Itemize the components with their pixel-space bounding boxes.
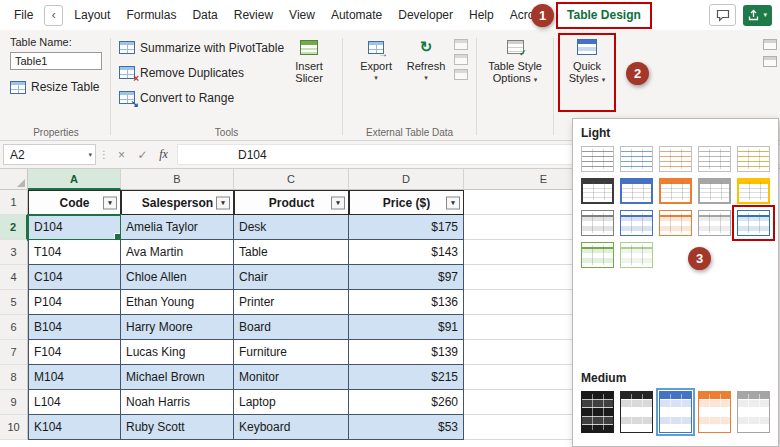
cell-b9[interactable]: Noah Harris bbox=[121, 390, 234, 415]
style-thumbnail[interactable] bbox=[698, 391, 731, 433]
cell-b2[interactable]: Amelia Taylor bbox=[121, 215, 234, 240]
cell-d3[interactable]: $143 bbox=[349, 240, 464, 265]
tab-developer[interactable]: Developer bbox=[390, 0, 461, 30]
select-all-corner[interactable] bbox=[0, 169, 28, 190]
style-thumbnail[interactable] bbox=[698, 178, 731, 204]
style-thumbnail[interactable] bbox=[581, 178, 614, 204]
name-box[interactable]: A2 ▾ bbox=[3, 144, 96, 165]
style-thumbnail[interactable] bbox=[737, 210, 770, 236]
cell-a2[interactable]: D104 bbox=[28, 215, 121, 240]
cell-d1[interactable]: Price ($)▾ bbox=[349, 190, 464, 215]
insert-function-button[interactable]: fx bbox=[154, 147, 173, 162]
cell-c7[interactable]: Furniture bbox=[234, 340, 349, 365]
cell-b5[interactable]: Ethan Young bbox=[121, 290, 234, 315]
style-thumbnail[interactable] bbox=[659, 178, 692, 204]
cell-c4[interactable]: Chair bbox=[234, 265, 349, 290]
refresh-button[interactable]: ↻ Refresh ▾ bbox=[401, 35, 451, 125]
column-header-a[interactable]: A bbox=[28, 169, 121, 190]
tab-layout[interactable]: Layout bbox=[66, 0, 118, 30]
fill-handle[interactable] bbox=[114, 233, 121, 240]
tab-review[interactable]: Review bbox=[226, 0, 281, 30]
cell-b8[interactable]: Michael Brown bbox=[121, 365, 234, 390]
cell-c6[interactable]: Board bbox=[234, 315, 349, 340]
cell-c2[interactable]: Desk bbox=[234, 215, 349, 240]
row-header-9[interactable]: 9 bbox=[0, 390, 28, 415]
cell-c9[interactable]: Laptop bbox=[234, 390, 349, 415]
filter-button[interactable]: ▾ bbox=[216, 196, 230, 209]
tab-automate[interactable]: Automate bbox=[323, 0, 390, 30]
row-header-5[interactable]: 5 bbox=[0, 290, 28, 315]
cell-d7[interactable]: $139 bbox=[349, 340, 464, 365]
tab-help[interactable]: Help bbox=[461, 0, 502, 30]
style-thumbnail[interactable] bbox=[581, 210, 614, 236]
cell-c3[interactable]: Table bbox=[234, 240, 349, 265]
cell-a1[interactable]: Code▾ bbox=[28, 190, 121, 215]
row-header-1[interactable]: 1 bbox=[0, 190, 28, 215]
row-header-6[interactable]: 6 bbox=[0, 315, 28, 340]
row-header-4[interactable]: 4 bbox=[0, 265, 28, 290]
row-header-2[interactable]: 2 bbox=[0, 215, 28, 240]
row-header-10[interactable]: 10 bbox=[0, 415, 28, 440]
cell-c8[interactable]: Monitor bbox=[234, 365, 349, 390]
data-range-properties-icon[interactable] bbox=[454, 39, 468, 50]
cell-d4[interactable]: $97 bbox=[349, 265, 464, 290]
column-header-d[interactable]: D bbox=[349, 169, 464, 190]
enter-button[interactable]: ✓ bbox=[133, 148, 152, 162]
style-thumbnail[interactable] bbox=[737, 178, 770, 204]
cell-a6[interactable]: B104 bbox=[28, 315, 121, 340]
column-header-b[interactable]: B bbox=[121, 169, 234, 190]
unlink-icon[interactable] bbox=[454, 69, 468, 80]
style-thumbnail[interactable] bbox=[698, 210, 731, 236]
cell-c10[interactable]: Keyboard bbox=[234, 415, 349, 440]
cell-b7[interactable]: Lucas King bbox=[121, 340, 234, 365]
row-header-7[interactable]: 7 bbox=[0, 340, 28, 365]
filter-button[interactable]: ▾ bbox=[446, 196, 460, 209]
cell-d10[interactable]: $53 bbox=[349, 415, 464, 440]
tab-table-design[interactable]: Table Design bbox=[559, 0, 649, 30]
resize-table-button[interactable]: Resize Table bbox=[10, 80, 102, 94]
style-thumbnail[interactable] bbox=[620, 178, 653, 204]
cell-d6[interactable]: $91 bbox=[349, 315, 464, 340]
row-header-3[interactable]: 3 bbox=[0, 240, 28, 265]
cell-c5[interactable]: Printer bbox=[234, 290, 349, 315]
cell-a3[interactable]: T104 bbox=[28, 240, 121, 265]
style-thumbnail[interactable] bbox=[737, 391, 770, 433]
style-thumbnail[interactable] bbox=[581, 242, 614, 268]
cell-d8[interactable]: $215 bbox=[349, 365, 464, 390]
quick-styles-button[interactable]: Quick Styles ▾ bbox=[562, 35, 612, 86]
cell-a9[interactable]: L104 bbox=[28, 390, 121, 415]
style-thumbnail[interactable] bbox=[581, 146, 614, 172]
cancel-button[interactable]: × bbox=[112, 148, 131, 162]
tab-formulas[interactable]: Formulas bbox=[118, 0, 184, 30]
filter-button[interactable]: ▾ bbox=[331, 196, 345, 209]
cell-b6[interactable]: Harry Moore bbox=[121, 315, 234, 340]
style-thumbnail[interactable] bbox=[698, 146, 731, 172]
tab-acrobat[interactable]: Acrobat bbox=[502, 0, 559, 30]
cell-b3[interactable]: Ava Martin bbox=[121, 240, 234, 265]
style-thumbnail[interactable] bbox=[659, 146, 692, 172]
tab-scroll-left-button[interactable]: ‹ bbox=[44, 5, 63, 26]
tab-file[interactable]: File bbox=[6, 0, 41, 30]
style-thumbnail[interactable] bbox=[659, 391, 692, 433]
cell-a4[interactable]: C104 bbox=[28, 265, 121, 290]
cell-a10[interactable]: K104 bbox=[28, 415, 121, 440]
cell-b4[interactable]: Chloe Allen bbox=[121, 265, 234, 290]
remove-duplicates-button[interactable]: × Remove Duplicates bbox=[119, 63, 284, 82]
cell-c1[interactable]: Product▾ bbox=[234, 190, 349, 215]
style-thumbnail[interactable] bbox=[620, 391, 653, 433]
cell-d2[interactable]: $175 bbox=[349, 215, 464, 240]
style-thumbnail[interactable] bbox=[620, 210, 653, 236]
style-thumbnail[interactable] bbox=[737, 146, 770, 172]
formula-bar-splitter[interactable]: ⋮ bbox=[99, 149, 109, 160]
style-thumbnail[interactable] bbox=[620, 242, 653, 268]
open-in-browser-icon[interactable] bbox=[454, 54, 468, 65]
insert-slicer-button[interactable]: Insert Slicer bbox=[284, 35, 334, 125]
tab-view[interactable]: View bbox=[281, 0, 323, 30]
cell-b10[interactable]: Ruby Scott bbox=[121, 415, 234, 440]
cell-d5[interactable]: $136 bbox=[349, 290, 464, 315]
cell-a5[interactable]: P104 bbox=[28, 290, 121, 315]
comments-button[interactable] bbox=[709, 4, 736, 26]
filter-button[interactable]: ▾ bbox=[103, 196, 117, 209]
cell-a8[interactable]: M104 bbox=[28, 365, 121, 390]
table-style-options-button[interactable]: ✓ Table Style Options ▾ bbox=[485, 35, 545, 86]
